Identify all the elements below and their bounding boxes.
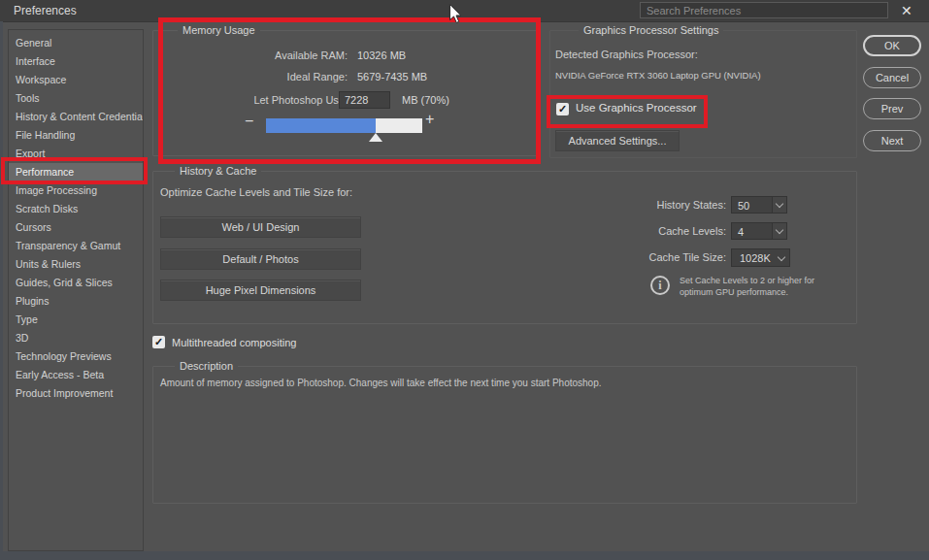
sidebar-item-tools[interactable]: Tools bbox=[9, 89, 143, 108]
cache-levels-dropdown-button[interactable] bbox=[773, 222, 787, 240]
sidebar-item-3d[interactable]: 3D bbox=[9, 329, 143, 347]
ram-amount-input[interactable] bbox=[339, 91, 390, 109]
cache-levels-value[interactable]: 4 bbox=[731, 222, 773, 240]
preset-default-photos-button[interactable]: Default / Photos bbox=[160, 248, 361, 270]
ram-slider-plus-button[interactable]: + bbox=[425, 111, 434, 128]
ram-slider-minus-button[interactable]: − bbox=[245, 113, 253, 130]
let-photoshop-use-label: Let Photoshop Use: bbox=[160, 94, 348, 106]
sidebar-item-early-access-beta[interactable]: Early Access - Beta bbox=[9, 366, 143, 384]
detected-gpu-label: Detected Graphics Processor: bbox=[555, 49, 698, 60]
sidebar-item-type[interactable]: Type bbox=[9, 311, 143, 329]
search-input[interactable] bbox=[640, 2, 888, 18]
preferences-sidebar: General Interface Workspace Tools Histor… bbox=[8, 29, 144, 551]
optimize-cache-label: Optimize Cache Levels and Tile Size for: bbox=[160, 186, 352, 198]
preset-huge-pixel-dimensions-button[interactable]: Huge Pixel Dimensions bbox=[160, 280, 361, 301]
sidebar-item-image-processing[interactable]: Image Processing bbox=[9, 181, 143, 200]
use-graphics-processor-checkbox[interactable]: ✓ bbox=[556, 103, 569, 115]
ideal-range-value: 5679-7435 MB bbox=[357, 71, 427, 82]
info-icon: i bbox=[650, 276, 670, 295]
titlebar: Preferences ✕ bbox=[0, 0, 929, 22]
cache-levels-label: Cache Levels: bbox=[621, 225, 726, 237]
mouse-cursor-icon bbox=[448, 4, 462, 28]
dialog-bottom-edge bbox=[0, 551, 929, 560]
sidebar-item-workspace[interactable]: Workspace bbox=[9, 71, 143, 89]
cache-tile-size-dropdown[interactable]: 1028K bbox=[731, 248, 790, 267]
use-graphics-processor-label: Use Graphics Processor bbox=[576, 102, 697, 114]
gpu-tip-line1: Set Cache Levels to 2 or higher for bbox=[680, 276, 814, 285]
ram-slider[interactable] bbox=[266, 118, 422, 133]
sidebar-item-guides-grid-slices[interactable]: Guides, Grid & Slices bbox=[9, 274, 143, 292]
memory-usage-group-title: Memory Usage bbox=[178, 24, 260, 36]
prev-button[interactable]: Prev bbox=[863, 98, 921, 119]
sidebar-item-technology-previews[interactable]: Technology Previews bbox=[9, 347, 143, 366]
sidebar-item-cursors[interactable]: Cursors bbox=[9, 218, 143, 237]
history-states-value[interactable]: 50 bbox=[731, 196, 773, 214]
ram-suffix-label: MB (70%) bbox=[402, 94, 449, 106]
sidebar-item-units-rulers[interactable]: Units & Rulers bbox=[9, 255, 143, 274]
sidebar-item-general[interactable]: General bbox=[9, 34, 143, 52]
multithreaded-compositing-label: Multithreaded compositing bbox=[172, 337, 296, 348]
ok-button[interactable]: OK bbox=[863, 35, 921, 56]
history-states-dropdown-button[interactable] bbox=[773, 196, 787, 214]
sidebar-item-export[interactable]: Export bbox=[9, 145, 143, 163]
sidebar-item-interface[interactable]: Interface bbox=[9, 52, 143, 71]
sidebar-item-transparency-gamut[interactable]: Transparency & Gamut bbox=[9, 237, 143, 255]
ideal-range-label: Ideal Range: bbox=[160, 71, 348, 82]
description-text: Amount of memory assigned to Photoshop. … bbox=[160, 378, 602, 388]
sidebar-item-scratch-disks[interactable]: Scratch Disks bbox=[9, 200, 143, 218]
ram-slider-fill bbox=[266, 118, 376, 133]
chevron-down-icon bbox=[776, 200, 783, 208]
dialog-left-edge bbox=[0, 21, 3, 551]
cancel-button[interactable]: Cancel bbox=[863, 67, 921, 88]
close-icon[interactable]: ✕ bbox=[901, 2, 912, 19]
detected-gpu-value: NVIDIA GeForce RTX 3060 Laptop GPU (NVID… bbox=[555, 70, 761, 81]
graphics-processor-group-title: Graphics Processor Settings bbox=[579, 24, 723, 36]
sidebar-item-product-improvement[interactable]: Product Improvement bbox=[9, 384, 143, 403]
sidebar-item-performance[interactable]: Performance bbox=[9, 163, 143, 181]
chevron-down-icon bbox=[776, 226, 783, 234]
cache-tile-size-value: 1028K bbox=[740, 252, 771, 264]
gpu-tip-line2: optimum GPU performance. bbox=[680, 287, 788, 297]
sidebar-item-file-handling[interactable]: File Handling bbox=[9, 126, 143, 145]
history-states-combo[interactable]: 50 bbox=[731, 196, 787, 214]
ram-slider-thumb[interactable] bbox=[369, 133, 382, 142]
available-ram-label: Available RAM: bbox=[160, 49, 348, 61]
dialog-title: Preferences bbox=[14, 4, 77, 17]
preset-web-ui-design-button[interactable]: Web / UI Design bbox=[160, 216, 361, 238]
sidebar-item-plugins[interactable]: Plugins bbox=[9, 292, 143, 311]
next-button[interactable]: Next bbox=[863, 130, 921, 151]
available-ram-value: 10326 MB bbox=[357, 49, 406, 61]
history-states-label: History States: bbox=[621, 199, 726, 211]
cache-levels-combo[interactable]: 4 bbox=[731, 222, 787, 240]
description-group-title: Description bbox=[175, 360, 238, 372]
advanced-settings-button[interactable]: Advanced Settings... bbox=[555, 130, 680, 151]
multithreaded-compositing-checkbox[interactable]: ✓ bbox=[152, 336, 165, 348]
history-cache-group-title: History & Cache bbox=[175, 165, 261, 177]
chevron-down-icon bbox=[778, 252, 785, 260]
sidebar-item-history-content-credentials[interactable]: History & Content Credentials bbox=[9, 108, 143, 126]
cache-tile-size-label: Cache Tile Size: bbox=[621, 251, 726, 263]
